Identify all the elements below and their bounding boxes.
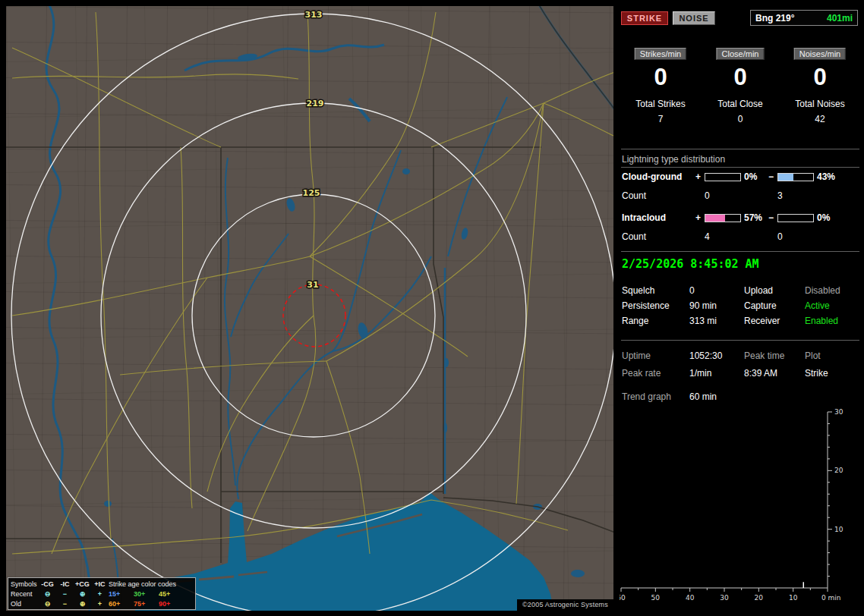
age-90: 90+ — [159, 600, 184, 608]
age-15: 15+ — [109, 590, 134, 598]
cg-plus-bar — [705, 173, 741, 181]
old-neg-cg-icon: ⊖ — [39, 600, 56, 608]
svg-text:10: 10 — [789, 594, 798, 602]
old-pos-ic-icon: + — [91, 600, 109, 608]
intracloud-label: Intracloud — [622, 213, 666, 223]
map-svg[interactable]: 313 219 125 31 — [6, 6, 613, 611]
minus-sign: − — [768, 213, 774, 223]
svg-text:30: 30 — [720, 594, 729, 602]
strikes-per-min-value: 0 — [621, 64, 700, 91]
range-label: Range — [622, 316, 648, 326]
receiver-label: Receiver — [744, 316, 780, 326]
minus-sign: − — [768, 172, 774, 182]
strikes-column: Strikes/min 0 Total Strikes 7 — [621, 47, 700, 130]
count-label: Count — [622, 191, 646, 201]
close-per-min-button[interactable]: Close/min — [717, 48, 765, 60]
strike-indicator[interactable]: STRIKE — [621, 11, 668, 25]
intracloud-count-row: Count 4 0 — [620, 232, 864, 243]
svg-text:30: 30 — [834, 408, 844, 416]
legend-header-row: Symbols -CG -IC +CG +IC Strike age color… — [11, 579, 193, 589]
trend-graph-label: Trend graph — [622, 391, 671, 402]
rate-counters: Strikes/min 0 Total Strikes 7 Close/min … — [621, 47, 861, 130]
ic-minus-count: 0 — [777, 232, 783, 242]
stats-row-2: Peak rate 1/min 8:39 AM Strike — [620, 368, 864, 383]
svg-text:10: 10 — [834, 526, 844, 533]
cg-minus-bar-fill — [778, 174, 793, 181]
legend-col-ncg: -CG — [39, 580, 56, 588]
ic-minus-pct: 0% — [817, 213, 830, 223]
age-45: 45+ — [159, 590, 184, 598]
map-view[interactable]: 313 219 125 31 Symbols -CG -IC +CG +IC S… — [6, 6, 613, 611]
app-window: 313 219 125 31 Symbols -CG -IC +CG +IC S… — [0, 0, 864, 616]
total-close-value: 0 — [701, 114, 780, 124]
svg-text:40: 40 — [686, 594, 695, 602]
noises-column: Noises/min 0 Total Noises 42 — [780, 47, 859, 130]
age-75: 75+ — [134, 600, 159, 608]
recent-neg-cg-icon: ⊖ — [39, 590, 56, 598]
legend-old-label: Old — [11, 600, 39, 608]
plus-sign: + — [695, 172, 701, 182]
bearing-display: Bng 219° 401mi — [750, 10, 858, 26]
legend-recent-label: Recent — [11, 590, 39, 598]
trend-axes — [621, 412, 828, 588]
distribution-title: Lightning type distribution — [622, 154, 725, 165]
recent-pos-ic-icon: + — [91, 590, 109, 598]
strikes-per-min-button[interactable]: Strikes/min — [635, 48, 686, 60]
total-close-label: Total Close — [701, 99, 780, 109]
cloud-ground-label: Cloud-ground — [622, 172, 682, 182]
cg-plus-pct: 0% — [744, 172, 757, 182]
svg-text:20: 20 — [834, 467, 844, 474]
peak-time-label: Peak time — [744, 350, 784, 361]
peak-rate-label: Peak rate — [622, 368, 661, 379]
persistence-label: Persistence — [622, 300, 670, 311]
old-pos-cg-icon: ⊕ — [74, 600, 91, 608]
cg-minus-count: 3 — [777, 191, 783, 201]
receiver-value: Enabled — [805, 316, 838, 326]
svg-text:0 min: 0 min — [821, 594, 841, 602]
status-panel: STRIKE NOISE Bng 219° 401mi Strikes/min … — [620, 0, 864, 616]
ring-label-219: 219 — [307, 99, 324, 108]
old-neg-ic-icon: − — [56, 600, 74, 608]
lightning-type-distribution: Lightning type distribution Cloud-ground… — [620, 154, 864, 251]
count-label: Count — [622, 232, 646, 242]
legend-col-pcg: +CG — [74, 580, 91, 588]
date-time-display: 2/25/2026 8:45:02 AM — [622, 257, 759, 271]
svg-text:20: 20 — [755, 594, 764, 602]
cg-minus-bar — [777, 173, 814, 181]
legend-col-pic: +IC — [91, 580, 109, 588]
close-per-min-value: 0 — [701, 64, 780, 91]
noises-per-min-button[interactable]: Noises/min — [794, 48, 846, 60]
ic-plus-pct: 57% — [744, 213, 762, 223]
cg-plus-count: 0 — [705, 191, 710, 201]
ring-label-125: 125 — [303, 188, 320, 198]
svg-text:50: 50 — [651, 594, 661, 602]
trend-dynamic-content: 3020100 min102030405060 — [620, 408, 844, 602]
total-strikes-label: Total Strikes — [621, 99, 700, 109]
plus-sign: + — [695, 213, 701, 223]
divider — [621, 340, 859, 341]
cloud-ground-row: Cloud-ground + 0% − 43% — [620, 172, 864, 183]
noise-indicator[interactable]: NOISE — [673, 11, 715, 25]
upload-label: Upload — [744, 285, 773, 296]
trend-graph-row: Trend graph 60 min — [620, 391, 864, 407]
settings-row-2: Persistence 90 min Capture Active — [620, 300, 864, 316]
copyright-text: ©2005 Astrogenic Systems — [517, 599, 613, 611]
legend-age-title: Strike age color codes — [109, 580, 193, 588]
divider — [621, 167, 859, 168]
settings-row-1: Squelch 0 Upload Disabled — [620, 285, 864, 300]
distance-value: 401mi — [827, 13, 853, 24]
squelch-value: 0 — [689, 285, 695, 296]
recent-pos-cg-icon: ⊕ — [74, 590, 91, 598]
legend-col-nic: -IC — [56, 580, 74, 588]
trend-graph: 3020100 min102030405060 — [620, 406, 858, 605]
plot-value: Strike — [805, 368, 828, 379]
ic-plus-count: 4 — [705, 232, 710, 242]
ic-minus-bar — [777, 214, 814, 222]
age-30: 30+ — [134, 590, 159, 598]
map-legend: Symbols -CG -IC +CG +IC Strike age color… — [8, 577, 196, 610]
ring-label-313: 313 — [305, 10, 323, 20]
noises-per-min-value: 0 — [780, 64, 859, 91]
total-strikes-value: 7 — [621, 114, 700, 124]
divider — [621, 251, 859, 252]
divider — [621, 149, 859, 149]
